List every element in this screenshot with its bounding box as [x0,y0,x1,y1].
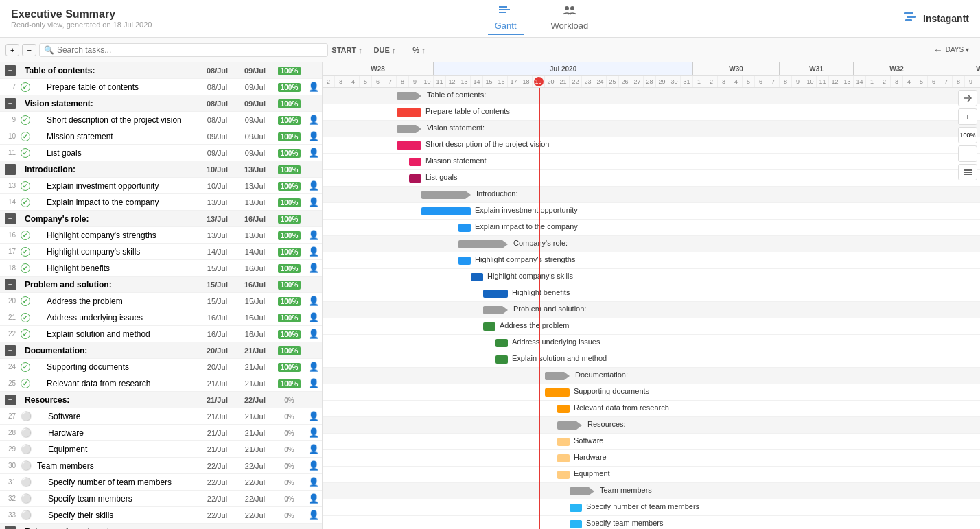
task-assign[interactable]: 👤 [305,510,322,520]
collapse-button[interactable]: − [5,279,16,290]
task-assign[interactable]: 👤 [305,180,322,191]
assign-icon[interactable]: 👤 [308,312,319,322]
zoom-out-button[interactable]: − [958,145,977,162]
collapse-button[interactable]: − [5,395,16,405]
zoom-in-button[interactable]: + [958,108,977,125]
assign-icon[interactable]: 👤 [308,263,319,273]
gantt-bar[interactable] [421,207,471,215]
assign-icon[interactable]: 👤 [308,82,319,92]
gantt-task-label: Explain investment opportunity [475,206,578,214]
assign-icon[interactable]: 👤 [308,477,319,487]
expand-button[interactable]: + [5,44,19,56]
gantt-row: List goals [323,170,980,187]
tab-workload[interactable]: Workload [544,2,596,35]
assign-icon[interactable]: 👤 [308,444,319,454]
gantt-section-label: Resources: [587,420,626,428]
task-assign[interactable]: 👤 [305,411,322,421]
task-number: 21 [5,314,16,321]
collapse-button[interactable]: − [22,44,36,56]
collapse-button[interactable]: − [5,164,16,175]
task-name: Highlight company's strengths [33,231,198,240]
task-assign[interactable]: 👤 [305,131,322,141]
week-w32: W32 [854,62,940,75]
task-assign[interactable]: 👤 [305,493,322,504]
gantt-row: Software [323,434,980,450]
assign-icon[interactable]: 👤 [308,460,319,471]
assign-icon[interactable]: 👤 [308,115,319,125]
gantt-bar[interactable] [483,290,508,298]
gantt-bar[interactable] [458,257,471,265]
task-assign[interactable]: 👤 [305,362,322,372]
assign-icon[interactable]: 👤 [308,131,319,141]
task-assign[interactable]: 👤 [305,312,322,322]
task-number: 10 [5,132,16,140]
gantt-bar[interactable] [409,158,421,166]
assign-icon[interactable]: 👤 [308,362,319,372]
gantt-bar[interactable] [471,273,483,281]
task-assign[interactable]: 👤 [305,115,322,125]
assign-icon[interactable]: 👤 [308,427,319,438]
gantt-row: Prepare table of contents [323,104,980,121]
gantt-bar[interactable] [570,520,582,528]
gantt-bar[interactable] [495,355,508,364]
task-assign[interactable]: 👤 [305,460,322,471]
task-due-date: 09/Jul [236,116,274,124]
task-assign[interactable]: 👤 [305,296,322,306]
gantt-bar[interactable] [483,322,495,331]
task-assign[interactable]: 👤 [305,263,322,273]
task-assign[interactable]: 👤 [305,444,322,454]
collapse-button[interactable]: − [5,345,16,356]
gantt-bar[interactable] [557,454,570,462]
assign-icon[interactable]: 👤 [308,148,319,158]
tab-gantt[interactable]: Gantt [488,2,524,35]
assign-icon[interactable]: 👤 [308,246,319,257]
task-assign[interactable]: 👤 [305,378,322,388]
assign-icon[interactable]: 👤 [308,493,319,504]
gantt-bar[interactable] [495,339,508,347]
gantt-bar[interactable] [557,438,570,446]
zoom-navigate-button[interactable] [958,90,977,106]
gantt-bar[interactable] [458,224,471,232]
collapse-button[interactable]: − [5,213,16,224]
task-assign[interactable]: 👤 [305,230,322,240]
day-header: 19 [533,76,545,87]
collapse-button[interactable]: − [5,526,16,530]
gantt-row: Vision statement: [323,121,980,137]
scroll-left-button[interactable]: ← [933,45,943,56]
collapse-button[interactable]: − [5,65,16,76]
search-input[interactable] [57,45,139,55]
col-header-start[interactable]: START ↑ [328,46,366,54]
task-assign[interactable]: 👤 [305,197,322,207]
assign-icon[interactable]: 👤 [308,510,319,520]
assign-icon[interactable]: 👤 [308,180,319,191]
task-assign[interactable]: 👤 [305,427,322,438]
task-assign[interactable]: 👤 [305,477,322,487]
gantt-bar[interactable] [557,405,570,413]
gantt-bar[interactable] [397,108,421,117]
assign-icon[interactable]: 👤 [308,411,319,421]
chart-view-button[interactable] [958,164,977,180]
gantt-bar[interactable] [570,504,582,512]
col-header-pct[interactable]: % ↑ [404,46,434,54]
gantt-bar[interactable] [409,174,421,183]
gantt-bar[interactable] [545,388,570,397]
task-name: Software [34,412,198,421]
task-assign[interactable]: 👤 [305,329,322,339]
assign-icon[interactable]: 👤 [308,378,319,388]
assign-icon[interactable]: 👤 [308,296,319,306]
task-start-date: 15/Jul [198,281,236,289]
collapse-button[interactable]: − [5,98,16,109]
task-assign[interactable]: 👤 [305,246,322,257]
assign-icon[interactable]: 👤 [308,329,319,339]
task-assign[interactable]: 👤 [305,148,322,158]
task-assign[interactable]: 👤 [305,82,322,92]
assign-icon[interactable]: 👤 [308,230,319,240]
col-header-due[interactable]: DUE ↑ [366,46,404,54]
gantt-bar[interactable] [557,471,570,479]
days-button[interactable]: DAYS ▾ [946,46,969,54]
task-indent: 10 [0,132,21,140]
day-header: 22 [570,76,582,87]
task-percent: 0% [274,510,305,520]
assign-icon[interactable]: 👤 [308,197,319,207]
gantt-bar[interactable] [397,141,421,150]
